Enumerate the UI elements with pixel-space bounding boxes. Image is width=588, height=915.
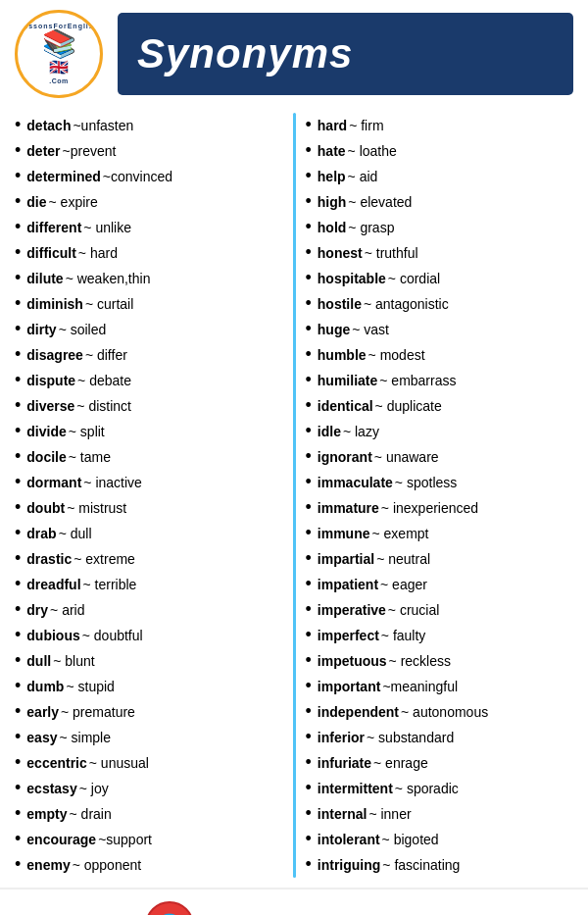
synonym: ~ lazy bbox=[343, 422, 379, 442]
word: intermittent bbox=[318, 779, 393, 799]
bullet-icon: • bbox=[15, 345, 21, 363]
word: intriguing bbox=[318, 855, 381, 876]
bullet-icon: • bbox=[306, 320, 312, 337]
word: independent bbox=[318, 702, 399, 723]
logo-flag-icon: 🇬🇧 bbox=[19, 58, 99, 76]
list-item: •immune ~ exempt bbox=[306, 521, 574, 546]
synonym: ~ fascinating bbox=[382, 855, 460, 876]
synonym: ~ joy bbox=[79, 779, 109, 799]
list-item: •docile ~ tame bbox=[15, 444, 283, 470]
synonym: ~ premature bbox=[61, 702, 135, 723]
list-item: •dormant ~ inactive bbox=[15, 470, 283, 495]
bullet-icon: • bbox=[15, 243, 21, 261]
list-item: •hate ~ loathe bbox=[306, 138, 574, 164]
word: ignorant bbox=[318, 447, 372, 468]
synonym: ~ inner bbox=[368, 804, 411, 825]
synonym: ~support bbox=[98, 830, 152, 850]
bullet-icon: • bbox=[306, 702, 312, 720]
word: immature bbox=[318, 498, 379, 519]
word: divide bbox=[26, 422, 66, 442]
synonym: ~convinced bbox=[103, 167, 172, 187]
synonym: ~prevent bbox=[63, 141, 117, 162]
bullet-icon: • bbox=[306, 677, 312, 694]
synonym: ~ distinct bbox=[76, 396, 131, 417]
bullet-icon: • bbox=[306, 141, 312, 159]
synonym: ~ spotless bbox=[395, 473, 457, 493]
synonym: ~ elevated bbox=[348, 192, 412, 213]
list-item: •imperative ~ crucial bbox=[306, 597, 574, 623]
synonym: ~ split bbox=[69, 422, 105, 442]
list-item: •independent ~ autonomous bbox=[306, 699, 574, 725]
bullet-icon: • bbox=[15, 473, 21, 490]
word: inferior bbox=[318, 728, 365, 748]
word: dubious bbox=[26, 626, 79, 646]
word: hostile bbox=[318, 294, 362, 315]
list-item: •impetuous ~ reckless bbox=[306, 648, 574, 674]
bullet-icon: • bbox=[15, 371, 21, 388]
word: humiliate bbox=[318, 371, 377, 391]
bullet-icon: • bbox=[15, 498, 21, 516]
bullet-icon: • bbox=[306, 422, 312, 439]
word: immune bbox=[318, 524, 370, 544]
synonym: ~ crucial bbox=[388, 600, 440, 621]
bullet-icon: • bbox=[15, 626, 21, 643]
list-item: •diverse ~ distinct bbox=[15, 393, 283, 419]
synonym: ~ weaken,thin bbox=[66, 269, 151, 289]
bullet-icon: • bbox=[306, 371, 312, 388]
synonym: ~ modest bbox=[368, 345, 425, 366]
word: dispute bbox=[26, 371, 75, 391]
synonym: ~ firm bbox=[349, 116, 383, 136]
list-item: •enemy ~ opponent bbox=[15, 852, 283, 878]
word: dreadful bbox=[26, 575, 80, 595]
synonym: ~ doubtful bbox=[82, 626, 143, 646]
word: dormant bbox=[26, 473, 81, 493]
list-item: •disagree ~ differ bbox=[15, 342, 283, 368]
synonym: ~ debate bbox=[77, 371, 131, 391]
synonym: ~ simple bbox=[59, 728, 111, 748]
bullet-icon: • bbox=[306, 192, 312, 210]
bullet-icon: • bbox=[15, 575, 21, 592]
list-item: •early ~ premature bbox=[15, 699, 283, 725]
word: encourage bbox=[26, 830, 96, 850]
word: eccentric bbox=[26, 753, 86, 774]
word: dry bbox=[26, 600, 48, 621]
word: hate bbox=[318, 141, 346, 162]
bullet-icon: • bbox=[306, 804, 312, 822]
list-item: •hold ~ grasp bbox=[306, 215, 574, 240]
synonym: ~ arid bbox=[50, 600, 84, 621]
list-item: •inferior ~ substandard bbox=[306, 725, 574, 750]
word: high bbox=[318, 192, 347, 213]
bullet-icon: • bbox=[306, 473, 312, 490]
word: docile bbox=[26, 447, 66, 468]
bullet-icon: • bbox=[306, 651, 312, 669]
word: impartial bbox=[318, 549, 374, 570]
logo: LessonsForEnglish 📚 🇬🇧 .Com bbox=[15, 10, 103, 98]
synonym: ~ differ bbox=[85, 345, 127, 366]
word: early bbox=[26, 702, 59, 723]
list-item: •empty ~ drain bbox=[15, 801, 283, 827]
bullet-icon: • bbox=[15, 549, 21, 567]
list-item: •internal ~ inner bbox=[306, 801, 574, 827]
word: hard bbox=[318, 116, 347, 136]
bullet-icon: • bbox=[306, 524, 312, 541]
bullet-icon: • bbox=[15, 396, 21, 414]
synonym: ~ dull bbox=[59, 524, 92, 544]
synonym: ~ expire bbox=[49, 192, 98, 213]
list-item: •hospitable ~ cordial bbox=[306, 266, 574, 291]
word: impetuous bbox=[318, 651, 387, 672]
word: enemy bbox=[26, 855, 70, 876]
word: honest bbox=[318, 243, 363, 264]
globe-icon: 🌐 bbox=[145, 901, 194, 915]
list-item: •eccentric ~ unusual bbox=[15, 750, 283, 776]
right-column: •hard ~ firm•hate ~ loathe•help ~ aid•hi… bbox=[301, 113, 579, 878]
list-item: •imperfect ~ faulty bbox=[306, 623, 574, 648]
word: internal bbox=[318, 804, 368, 825]
header: LessonsForEnglish 📚 🇬🇧 .Com Synonyms bbox=[0, 0, 588, 108]
synonym: ~ unusual bbox=[89, 753, 149, 774]
word: imperfect bbox=[318, 626, 379, 646]
list-item: •die ~ expire bbox=[15, 189, 283, 215]
word: diverse bbox=[26, 396, 74, 417]
synonym: ~ tame bbox=[69, 447, 111, 468]
word: help bbox=[318, 167, 346, 187]
bullet-icon: • bbox=[15, 651, 21, 669]
